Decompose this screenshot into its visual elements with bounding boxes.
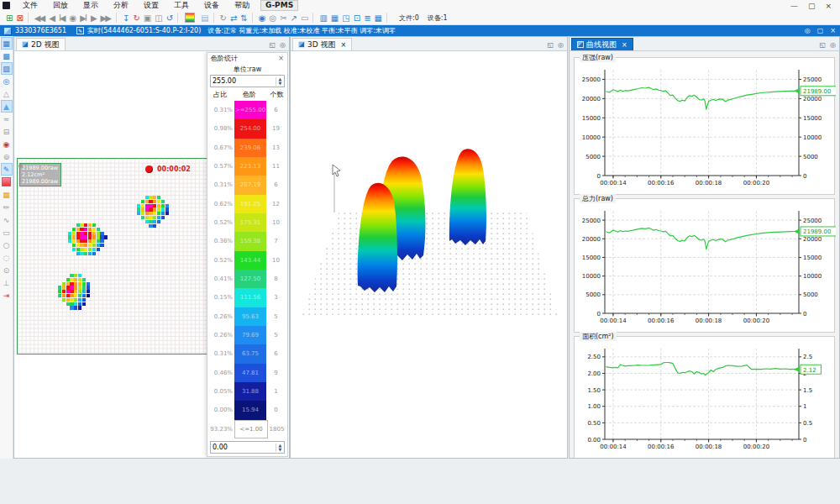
color-level-row: 93.23%<=1.001805 xyxy=(209,420,286,438)
tab-close-icon[interactable]: × xyxy=(622,41,627,49)
palette-grid-icon[interactable]: ▦ xyxy=(1,188,13,201)
toolbar-separator xyxy=(312,13,313,23)
replay-icon[interactable]: ↺ xyxy=(164,12,174,24)
pressure-cell xyxy=(80,244,83,247)
polyline-icon[interactable]: ∿ xyxy=(1,213,13,226)
svg-text:00:00:18: 00:00:18 xyxy=(696,444,722,450)
expand-panel-icon[interactable]: ◱ xyxy=(269,41,276,49)
swap-horizontal-icon[interactable]: ⇄ xyxy=(228,12,238,24)
go-end-icon[interactable]: ▶Ι xyxy=(77,12,88,24)
swap-vertical-icon[interactable]: ⇅ xyxy=(238,12,248,24)
peak-3d-icon[interactable]: ▲ xyxy=(1,100,13,113)
bar-minimize-icon[interactable]: ◎ xyxy=(805,27,811,34)
export-data-icon[interactable]: ⇥ xyxy=(1,289,13,302)
layout-columns-icon[interactable]: ▥ xyxy=(317,12,328,24)
avg-curve-icon[interactable]: ≈ xyxy=(1,113,13,125)
panel-3d-body[interactable] xyxy=(291,51,567,458)
video-record-icon[interactable]: ◫ xyxy=(152,12,163,24)
maximize-button[interactable]: ▢ xyxy=(808,2,816,10)
pressure-map-2d[interactable]: 21989.00raw 2.12cm² 21989.00raw 00:00:02 xyxy=(17,158,211,354)
spinner-arrows-icon[interactable]: ▲▼ xyxy=(276,77,284,86)
record-icon[interactable]: ◉ xyxy=(1,138,13,150)
view-quad-icon[interactable]: ▩ xyxy=(1,50,13,62)
view-3d-icon[interactable]: ▨ xyxy=(1,62,13,75)
add-view-icon[interactable]: ⊞ xyxy=(3,12,13,24)
tab-3d-view[interactable]: 3D 视图 × xyxy=(292,38,352,50)
selection-handle[interactable] xyxy=(18,164,23,168)
close-button[interactable]: × xyxy=(825,2,832,10)
level-percent: 0.67% xyxy=(209,139,234,157)
stamp-icon[interactable]: ⊚ xyxy=(1,150,13,163)
fast-forward-icon[interactable]: ▶▶ xyxy=(98,12,113,24)
menu-item-5[interactable]: 设置 xyxy=(136,0,166,11)
panel-options-icon[interactable]: ◎ xyxy=(830,41,836,49)
export-icon[interactable]: ↗ xyxy=(288,12,298,24)
svg-text:25000: 25000 xyxy=(803,76,822,83)
pressure-cell xyxy=(84,232,87,235)
list-view-icon[interactable]: ≣ xyxy=(361,12,371,24)
menu-item-2[interactable]: 回放 xyxy=(45,0,76,11)
loop-icon[interactable]: ↻ xyxy=(130,12,140,24)
rewind-icon[interactable]: ◀◀ xyxy=(32,12,46,24)
tab-curve-view[interactable]: 曲线视图 × xyxy=(571,38,633,50)
menu-item-6[interactable]: 工具 xyxy=(166,0,197,11)
layout-grid-icon[interactable]: ▦ xyxy=(328,12,339,24)
max-level-spinner[interactable]: 255.00 ▲▼ xyxy=(210,75,285,87)
monitor-icon[interactable]: ⊡ xyxy=(351,12,361,24)
color-level-row: 0.98%254.0019 xyxy=(209,119,286,138)
target-gray-icon[interactable]: ◎ xyxy=(266,12,277,24)
tab-2d-view[interactable]: 2D 视图 xyxy=(16,38,66,50)
menu-item-8[interactable]: 帮助 xyxy=(227,0,257,11)
panel-options-icon[interactable]: ◎ xyxy=(280,41,286,49)
peak-flat-icon[interactable]: △ xyxy=(1,87,13,100)
bar-restore-icon[interactable]: ▢ xyxy=(817,27,824,34)
gradient-icon[interactable] xyxy=(1,176,13,188)
snapshot-icon[interactable]: ▣ xyxy=(141,12,152,24)
min-level-spinner[interactable]: 0.00 ▲▼ xyxy=(210,441,285,454)
tab-close-icon[interactable]: × xyxy=(341,41,347,49)
step-back-icon[interactable]: ◀ xyxy=(46,12,56,24)
menu-item-9[interactable]: G-PMS xyxy=(260,0,298,11)
spinner-arrows-icon[interactable]: ▲▼ xyxy=(276,444,284,452)
rect-select-icon[interactable]: ▭ xyxy=(1,226,13,239)
layout-frame-icon[interactable]: ◳ xyxy=(339,12,350,24)
target-blue-icon[interactable]: ◉ xyxy=(256,12,267,24)
circle-select-icon[interactable]: ○ xyxy=(1,239,13,251)
curve-charts: 压强(raw)005000500010000100001500015000200… xyxy=(570,51,839,458)
ruler-icon[interactable]: ⊥ xyxy=(1,276,13,289)
menu-item-7[interactable]: 设备 xyxy=(197,0,227,11)
colormap-icon[interactable] xyxy=(185,13,195,23)
pressure-cell xyxy=(76,235,80,239)
minimize-button[interactable]: — xyxy=(790,2,798,10)
pressure-cell xyxy=(165,212,169,215)
color-stats-close-icon[interactable]: × xyxy=(278,55,284,62)
stop-icon[interactable]: ◉ xyxy=(67,12,78,24)
frame-icon[interactable]: ▭ xyxy=(298,12,309,24)
grid-view-icon[interactable]: ▦ xyxy=(372,12,383,24)
go-start-icon[interactable]: Ι◀ xyxy=(56,12,67,24)
target-view-icon[interactable]: ◎ xyxy=(1,75,13,87)
ellipse-select-icon[interactable]: ◌ xyxy=(1,251,13,264)
menu-item-1[interactable]: 文件 xyxy=(15,0,45,11)
clipboard-icon[interactable]: ▤ xyxy=(198,12,209,24)
cut-icon[interactable]: ✂ xyxy=(277,12,287,24)
refresh-icon[interactable]: ↻ xyxy=(218,12,228,24)
bar-close-icon[interactable]: × xyxy=(830,27,836,34)
pin-icon[interactable]: ↧ xyxy=(120,12,130,24)
max-level-value: 255.00 xyxy=(211,77,276,85)
pencil-icon[interactable]: ✏ xyxy=(1,201,13,213)
menu-item-4[interactable]: 分析 xyxy=(106,0,136,11)
avg-box-icon[interactable]: ⊟ xyxy=(1,125,13,138)
panel-options-icon[interactable]: ◎ xyxy=(558,41,564,49)
point-select-icon[interactable]: ⊙ xyxy=(1,264,13,276)
pressure-cell xyxy=(68,235,71,239)
expand-panel-icon[interactable]: ◱ xyxy=(547,41,554,49)
menu-item-3[interactable]: 显示 xyxy=(76,0,106,11)
edit-icon[interactable]: ✎ xyxy=(76,27,84,34)
close-view-icon[interactable]: ⊠ xyxy=(13,12,24,24)
expand-panel-icon[interactable]: ◱ xyxy=(819,41,826,49)
play-icon[interactable]: ▶ xyxy=(88,12,98,24)
pen-icon[interactable]: ✎ xyxy=(1,163,13,176)
device-count-label: 设备:1 xyxy=(428,13,448,23)
view-2d-icon[interactable]: ▦ xyxy=(1,37,13,50)
